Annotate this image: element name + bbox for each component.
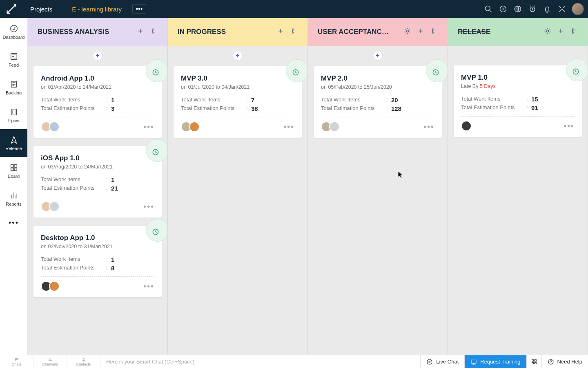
card-dates: on 02/Nov/2020 to 31/Mar/2021	[41, 244, 154, 249]
add-column-icon[interactable]	[276, 27, 285, 37]
bottom-nav-contacts[interactable]: Contacts	[67, 355, 100, 368]
projects-label: Projects	[30, 6, 52, 13]
nav-feed[interactable]: Feed	[0, 46, 27, 74]
add-card-button[interactable]: +	[93, 51, 102, 61]
request-training-button[interactable]: Request Training	[464, 355, 526, 368]
release-card[interactable]: MVP 3.0on 01/Jul/2020 to 04/Jan/2021Tota…	[174, 66, 302, 138]
card-avatars	[41, 201, 57, 212]
card-more-icon[interactable]: •••	[564, 121, 575, 131]
avatar[interactable]	[329, 121, 340, 132]
card-more-icon[interactable]: •••	[143, 282, 154, 291]
svg-rect-9	[14, 165, 16, 167]
card-more-icon[interactable]: •••	[283, 122, 294, 132]
card-avatars	[181, 121, 197, 132]
apps-grid-button[interactable]	[526, 355, 541, 368]
clock-badge	[559, 65, 582, 88]
add-card-button[interactable]: +	[373, 51, 383, 61]
gear-icon[interactable]	[403, 27, 412, 37]
add-column-icon[interactable]	[557, 27, 565, 37]
nav-label: Board	[8, 174, 20, 179]
nav-label: Backlog	[6, 90, 22, 95]
nav-label: Dashboard	[3, 35, 25, 40]
nav-more[interactable]: •••	[0, 213, 27, 233]
release-card[interactable]: Desktop App 1.0on 02/Nov/2020 to 31/Mar/…	[33, 226, 162, 297]
live-chat-label: Live Chat	[436, 359, 459, 365]
stat-value: 1	[111, 256, 114, 263]
release-card[interactable]: MVP 1.0Late By 5 DaysTotal Work Items:15…	[454, 65, 582, 137]
smartchat-input[interactable]: Here is your Smart Chat (Ctrl+Space)	[100, 359, 420, 365]
card-more-icon[interactable]: •••	[143, 202, 154, 211]
project-more-button[interactable]: •••	[132, 4, 146, 14]
avatar[interactable]	[49, 281, 60, 292]
add-card-button[interactable]: +	[233, 51, 243, 61]
stat-label: Total Work Items	[41, 176, 106, 183]
svg-point-21	[50, 359, 51, 360]
card-more-icon[interactable]: •••	[143, 122, 154, 132]
alarm-icon[interactable]	[525, 0, 540, 18]
card-stat-row: Total Work Items:1	[41, 96, 154, 103]
column-header-in-progress: IN PROGRESS	[168, 18, 307, 46]
collapse-icon[interactable]	[570, 27, 578, 37]
card-dates: on 01/Apr/2020 to 24/Mar/2021	[41, 84, 154, 90]
column-title: USER ACCEPTANCE…	[318, 28, 391, 36]
avatar[interactable]	[49, 201, 60, 212]
nav-reports[interactable]: Reports	[0, 185, 27, 213]
avatar[interactable]	[461, 121, 472, 131]
avatar[interactable]	[189, 121, 200, 132]
release-card[interactable]: MVP 2.0on 05/Feb/2020 to 25/Jun/2020Tota…	[314, 66, 442, 138]
collapse-icon[interactable]	[149, 27, 158, 37]
stat-value: 1	[111, 96, 114, 103]
card-footer: •••	[41, 281, 154, 292]
add-icon[interactable]	[496, 0, 510, 18]
svg-rect-11	[14, 168, 16, 171]
need-help-button[interactable]: Need Help	[541, 355, 588, 368]
nav-epics[interactable]: Epics	[0, 101, 27, 129]
app-logo[interactable]	[0, 3, 23, 15]
live-chat-button[interactable]: Live Chat	[420, 355, 464, 368]
card-avatars	[41, 281, 57, 292]
card-avatars	[461, 121, 469, 131]
card-more-icon[interactable]: •••	[423, 122, 434, 132]
nav-backlog[interactable]: Backlog	[0, 74, 27, 101]
add-column-icon[interactable]	[136, 27, 145, 37]
svg-point-18	[547, 30, 549, 32]
card-stat-row: Total Estimation Points:38	[181, 105, 294, 112]
card-stat-row: Total Work Items:20	[321, 96, 434, 103]
stat-value: 20	[391, 96, 398, 103]
stat-label: Total Work Items	[41, 96, 106, 103]
column-title: IN PROGRESS	[178, 28, 226, 36]
projects-link[interactable]: Projects	[23, 0, 60, 18]
bottom-nav-chats[interactable]: Chats	[0, 355, 33, 368]
nav-label: Epics	[8, 118, 19, 123]
project-name-tab[interactable]: E - learning library	[60, 0, 131, 18]
collapse-icon[interactable]	[290, 27, 298, 37]
svg-rect-26	[535, 359, 536, 361]
user-avatar[interactable]	[572, 3, 584, 15]
svg-rect-25	[532, 359, 533, 361]
gear-icon[interactable]	[543, 27, 552, 37]
card-late-by: 5 Days	[480, 83, 496, 89]
avatar[interactable]	[49, 121, 60, 132]
nav-board[interactable]: Board	[0, 157, 27, 185]
add-column-icon[interactable]	[416, 27, 425, 37]
globe-icon[interactable]	[510, 0, 525, 18]
card-avatars	[41, 121, 57, 132]
nav-dashboard[interactable]: Dashboard	[0, 18, 27, 46]
bottom-nav-channels[interactable]: Channels	[33, 355, 67, 368]
bell-icon[interactable]	[540, 0, 555, 18]
svg-rect-24	[471, 360, 476, 363]
release-card[interactable]: iOS App 1.0on 03/Aug/2020 to 24/Mar/2021…	[33, 146, 162, 218]
nav-release[interactable]: Release	[0, 129, 27, 157]
collapse-icon[interactable]	[430, 27, 438, 37]
card-footer: •••	[41, 201, 154, 212]
tools-icon[interactable]	[555, 0, 569, 18]
svg-rect-28	[535, 362, 536, 364]
card-title: Android App 1.0	[41, 74, 154, 83]
card-stat-row: Total Work Items:1	[41, 176, 154, 183]
card-avatars	[321, 121, 337, 132]
release-card[interactable]: Android App 1.0on 01/Apr/2020 to 24/Mar/…	[33, 66, 162, 138]
card-footer: •••	[461, 121, 575, 131]
card-stat-row: Total Estimation Points:128	[321, 105, 434, 112]
search-icon[interactable]	[481, 0, 496, 18]
stat-value: 21	[111, 185, 118, 192]
